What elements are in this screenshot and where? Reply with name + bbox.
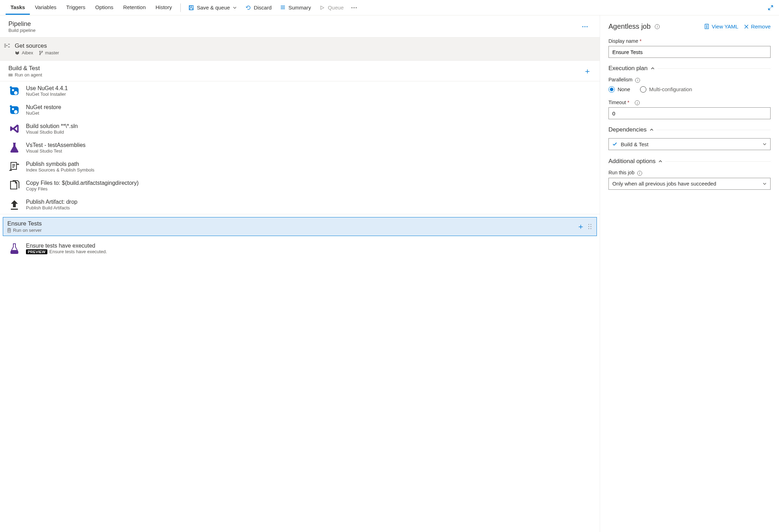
- view-yaml-button[interactable]: View YAML: [704, 23, 738, 29]
- svg-rect-2: [190, 8, 193, 10]
- info-icon[interactable]: i: [637, 171, 642, 176]
- task-icon: [8, 180, 20, 191]
- display-name-label: Display name *: [608, 38, 771, 44]
- task-row[interactable]: Ensure tests have executedPREVIEWEnsure …: [0, 239, 600, 258]
- svg-rect-1: [190, 6, 192, 7]
- check-icon: [612, 142, 617, 147]
- task-subtitle: Visual Studio Test: [26, 148, 593, 154]
- save-queue-button[interactable]: Save & queue: [184, 2, 241, 13]
- tab-history[interactable]: History: [151, 1, 177, 15]
- dependencies-dropdown[interactable]: Build & Test: [608, 138, 771, 150]
- svg-point-26: [591, 224, 591, 225]
- more-button[interactable]: [348, 5, 360, 11]
- branch-indicator: master: [39, 50, 59, 55]
- top-tabs: Tasks Variables Triggers Options Retenti…: [0, 0, 779, 15]
- job-build-test[interactable]: Build & Test Run on agent ＋: [0, 61, 600, 81]
- undo-icon: [245, 5, 251, 11]
- task-row[interactable]: Use NuGet 4.4.1NuGet Tool Installer: [0, 81, 600, 100]
- run-job-label: Run this job i: [608, 170, 771, 176]
- tab-options[interactable]: Options: [90, 1, 118, 15]
- svg-point-30: [591, 228, 591, 229]
- svg-point-25: [588, 224, 589, 225]
- job2-title: Ensure Tests: [7, 220, 575, 227]
- summary-button[interactable]: Summary: [276, 2, 315, 13]
- timeout-input[interactable]: [608, 107, 771, 119]
- pipeline-more-button[interactable]: [579, 24, 591, 29]
- divider: [180, 4, 181, 12]
- task-title: VsTest - testAssemblies: [26, 142, 593, 148]
- chevron-down-icon: [763, 182, 767, 186]
- pipeline-panel: Pipeline Build pipeline Get sources: [0, 15, 600, 532]
- repo-indicator: Aibex: [15, 50, 33, 55]
- job1-title: Build & Test: [8, 65, 581, 72]
- pipeline-title: Pipeline: [8, 20, 35, 28]
- svg-point-15: [12, 89, 14, 91]
- task-title: Build solution **\*.sln: [26, 123, 593, 129]
- radio-parallel-none[interactable]: None: [608, 86, 630, 93]
- task-row[interactable]: Copy Files to: $(build.artifactstagingdi…: [0, 176, 600, 195]
- save-queue-label: Save & queue: [197, 5, 230, 11]
- add-task-job2[interactable]: ＋: [575, 221, 587, 232]
- discard-button[interactable]: Discard: [241, 2, 276, 13]
- queue-label: Queue: [328, 5, 344, 11]
- info-icon[interactable]: i: [635, 78, 640, 83]
- task-icon: [8, 85, 20, 97]
- tab-retention[interactable]: Retention: [118, 1, 151, 15]
- task-row[interactable]: Build solution **\*.slnVisual Studio Bui…: [0, 119, 600, 138]
- job1-subtitle: Run on agent: [15, 72, 42, 78]
- remove-button[interactable]: Remove: [744, 23, 771, 29]
- svg-point-3: [352, 7, 353, 8]
- task-row[interactable]: NuGet restoreNuGet: [0, 100, 600, 119]
- tab-tasks[interactable]: Tasks: [6, 1, 30, 15]
- play-icon: [319, 5, 325, 11]
- timeout-label: Timeout * i: [608, 100, 771, 106]
- details-panel: Agentless job i View YAML Remove Display…: [600, 15, 779, 532]
- svg-point-29: [588, 228, 589, 229]
- execution-plan-section[interactable]: Execution plan: [608, 65, 771, 72]
- display-name-input[interactable]: [608, 46, 771, 58]
- tab-variables[interactable]: Variables: [30, 1, 61, 15]
- task-row[interactable]: Publish Artifact: dropPublish Build Arti…: [0, 195, 600, 214]
- chevron-down-icon: [233, 6, 237, 10]
- task-icon: [8, 198, 20, 210]
- task-icon: [8, 104, 20, 116]
- parallelism-label: Parallelism i: [608, 77, 771, 83]
- svg-point-11: [41, 51, 42, 52]
- svg-rect-24: [8, 229, 10, 231]
- job-ensure-tests[interactable]: Ensure Tests Run on server ＋: [3, 217, 597, 236]
- get-sources-phase[interactable]: Get sources Aibex master: [0, 37, 600, 61]
- tab-triggers[interactable]: Triggers: [61, 1, 90, 15]
- drag-handle[interactable]: [587, 224, 593, 229]
- svg-point-7: [585, 26, 586, 27]
- svg-point-8: [587, 26, 588, 27]
- svg-point-16: [14, 91, 18, 95]
- radio-parallel-multi[interactable]: Multi-configuration: [640, 86, 692, 93]
- run-job-dropdown[interactable]: Only when all previous jobs have succeed…: [608, 178, 771, 190]
- svg-point-6: [582, 26, 584, 27]
- task-title: Use NuGet 4.4.1: [26, 85, 593, 92]
- task-row[interactable]: Publish symbols pathIndex Sources & Publ…: [0, 157, 600, 176]
- chevron-down-icon: [763, 142, 767, 146]
- task-icon: [8, 123, 20, 135]
- svg-point-4: [354, 7, 355, 8]
- svg-point-10: [39, 54, 40, 55]
- svg-point-20: [14, 110, 18, 114]
- expand-icon[interactable]: [768, 5, 773, 11]
- task-title: Ensure tests have executed: [26, 243, 593, 249]
- list-icon: [280, 5, 286, 11]
- svg-rect-13: [9, 75, 12, 75]
- sources-icon: [4, 42, 11, 48]
- info-icon[interactable]: i: [655, 24, 660, 29]
- additional-options-section[interactable]: Additional options: [608, 158, 771, 165]
- task-subtitle: PREVIEWEnsure tests have executed.: [26, 249, 593, 254]
- dependencies-section[interactable]: Dependencies: [608, 126, 771, 133]
- details-heading: Agentless job i: [608, 22, 698, 31]
- svg-point-28: [591, 226, 591, 227]
- svg-point-19: [12, 108, 14, 110]
- info-icon[interactable]: i: [635, 100, 640, 105]
- add-task-job1[interactable]: ＋: [581, 66, 593, 76]
- svg-point-9: [39, 51, 40, 52]
- task-subtitle: Index Sources & Publish Symbols: [26, 167, 593, 173]
- pipeline-header[interactable]: Pipeline Build pipeline: [0, 15, 600, 37]
- task-row[interactable]: VsTest - testAssembliesVisual Studio Tes…: [0, 138, 600, 157]
